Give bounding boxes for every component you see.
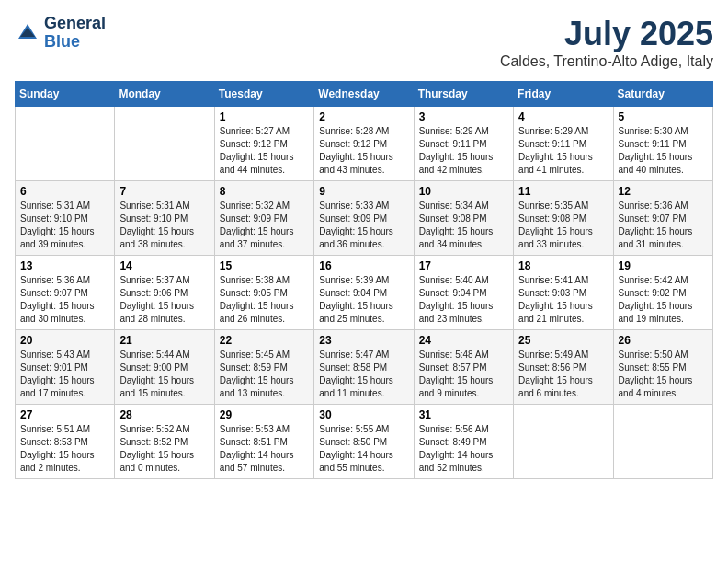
day-info: Sunrise: 5:29 AM Sunset: 9:11 PM Dayligh… — [419, 125, 508, 177]
day-cell: 13Sunrise: 5:36 AM Sunset: 9:07 PM Dayli… — [16, 256, 115, 330]
day-number: 27 — [20, 408, 109, 421]
day-number: 30 — [319, 408, 408, 421]
subtitle: Caldes, Trentino-Alto Adige, Italy — [500, 53, 713, 70]
day-cell — [613, 405, 712, 479]
logo-text-line1: General — [44, 15, 106, 33]
day-info: Sunrise: 5:27 AM Sunset: 9:12 PM Dayligh… — [220, 125, 309, 177]
day-cell: 2Sunrise: 5:28 AM Sunset: 9:12 PM Daylig… — [314, 107, 414, 181]
day-number: 31 — [419, 408, 508, 421]
day-number: 7 — [119, 185, 209, 198]
day-cell: 3Sunrise: 5:29 AM Sunset: 9:11 PM Daylig… — [414, 107, 513, 181]
header-monday: Monday — [115, 82, 214, 107]
logo-general: General — [44, 14, 106, 32]
day-cell: 5Sunrise: 5:30 AM Sunset: 9:11 PM Daylig… — [613, 107, 712, 181]
day-cell: 21Sunrise: 5:44 AM Sunset: 9:00 PM Dayli… — [115, 330, 214, 405]
day-info: Sunrise: 5:36 AM Sunset: 9:07 PM Dayligh… — [20, 274, 109, 326]
day-info: Sunrise: 5:43 AM Sunset: 9:01 PM Dayligh… — [20, 349, 109, 400]
day-info: Sunrise: 5:33 AM Sunset: 9:09 PM Dayligh… — [319, 200, 408, 251]
day-cell: 30Sunrise: 5:55 AM Sunset: 8:50 PM Dayli… — [314, 405, 414, 479]
day-number: 23 — [319, 334, 408, 347]
day-info: Sunrise: 5:49 AM Sunset: 8:56 PM Dayligh… — [518, 349, 608, 400]
day-number: 18 — [518, 259, 608, 272]
day-number: 29 — [220, 408, 309, 421]
day-number: 6 — [20, 185, 109, 198]
week-row-3: 20Sunrise: 5:43 AM Sunset: 9:01 PM Dayli… — [16, 330, 713, 405]
day-number: 15 — [220, 259, 309, 272]
day-number: 11 — [518, 185, 608, 198]
day-info: Sunrise: 5:48 AM Sunset: 8:57 PM Dayligh… — [419, 349, 508, 400]
day-cell: 29Sunrise: 5:53 AM Sunset: 8:51 PM Dayli… — [214, 405, 313, 479]
day-info: Sunrise: 5:52 AM Sunset: 8:52 PM Dayligh… — [119, 423, 209, 475]
logo-icon — [15, 20, 40, 46]
calendar-header: Sunday Monday Tuesday Wednesday Thursday… — [16, 82, 713, 107]
day-cell: 18Sunrise: 5:41 AM Sunset: 9:03 PM Dayli… — [514, 256, 613, 330]
day-cell — [115, 107, 214, 181]
day-cell: 9Sunrise: 5:33 AM Sunset: 9:09 PM Daylig… — [314, 181, 414, 256]
day-cell: 10Sunrise: 5:34 AM Sunset: 9:08 PM Dayli… — [414, 181, 513, 256]
day-info: Sunrise: 5:31 AM Sunset: 9:10 PM Dayligh… — [119, 200, 209, 251]
week-row-1: 6Sunrise: 5:31 AM Sunset: 9:10 PM Daylig… — [16, 181, 713, 256]
day-cell: 8Sunrise: 5:32 AM Sunset: 9:09 PM Daylig… — [214, 181, 313, 256]
day-info: Sunrise: 5:42 AM Sunset: 9:02 PM Dayligh… — [619, 274, 708, 326]
logo-blue-text: Blue — [44, 32, 80, 51]
day-number: 25 — [518, 334, 608, 347]
day-cell: 11Sunrise: 5:35 AM Sunset: 9:08 PM Dayli… — [514, 181, 613, 256]
day-info: Sunrise: 5:53 AM Sunset: 8:51 PM Dayligh… — [220, 423, 309, 475]
day-number: 8 — [220, 185, 309, 198]
day-number: 17 — [419, 259, 508, 272]
day-cell: 7Sunrise: 5:31 AM Sunset: 9:10 PM Daylig… — [115, 181, 214, 256]
day-info: Sunrise: 5:31 AM Sunset: 9:10 PM Dayligh… — [20, 200, 109, 251]
day-number: 3 — [419, 110, 508, 123]
day-cell: 31Sunrise: 5:56 AM Sunset: 8:49 PM Dayli… — [414, 405, 513, 479]
day-info: Sunrise: 5:51 AM Sunset: 8:53 PM Dayligh… — [20, 423, 109, 475]
day-cell: 1Sunrise: 5:27 AM Sunset: 9:12 PM Daylig… — [214, 107, 313, 181]
header-wednesday: Wednesday — [314, 82, 414, 107]
day-info: Sunrise: 5:45 AM Sunset: 8:59 PM Dayligh… — [220, 349, 309, 400]
day-number: 2 — [319, 110, 408, 123]
day-cell: 20Sunrise: 5:43 AM Sunset: 9:01 PM Dayli… — [16, 330, 115, 405]
day-info: Sunrise: 5:38 AM Sunset: 9:05 PM Dayligh… — [220, 274, 309, 326]
day-number: 10 — [419, 185, 508, 198]
day-cell: 23Sunrise: 5:47 AM Sunset: 8:58 PM Dayli… — [314, 330, 414, 405]
day-info: Sunrise: 5:28 AM Sunset: 9:12 PM Dayligh… — [319, 125, 408, 177]
day-number: 26 — [619, 334, 708, 347]
day-info: Sunrise: 5:36 AM Sunset: 9:07 PM Dayligh… — [619, 200, 708, 251]
day-info: Sunrise: 5:32 AM Sunset: 9:09 PM Dayligh… — [220, 200, 309, 251]
day-info: Sunrise: 5:37 AM Sunset: 9:06 PM Dayligh… — [119, 274, 209, 326]
day-number: 19 — [619, 259, 708, 272]
day-cell: 6Sunrise: 5:31 AM Sunset: 9:10 PM Daylig… — [16, 181, 115, 256]
day-number: 12 — [619, 185, 708, 198]
header-row: Sunday Monday Tuesday Wednesday Thursday… — [16, 82, 713, 107]
day-number: 14 — [119, 259, 209, 272]
day-info: Sunrise: 5:47 AM Sunset: 8:58 PM Dayligh… — [319, 349, 408, 400]
day-cell: 14Sunrise: 5:37 AM Sunset: 9:06 PM Dayli… — [115, 256, 214, 330]
page-header: General Blue July 2025 Caldes, Trentino-… — [15, 15, 713, 70]
calendar-table: Sunday Monday Tuesday Wednesday Thursday… — [15, 81, 713, 479]
day-info: Sunrise: 5:55 AM Sunset: 8:50 PM Dayligh… — [319, 423, 408, 475]
day-info: Sunrise: 5:40 AM Sunset: 9:04 PM Dayligh… — [419, 274, 508, 326]
day-cell: 15Sunrise: 5:38 AM Sunset: 9:05 PM Dayli… — [214, 256, 313, 330]
day-number: 24 — [419, 334, 508, 347]
logo-text-line2: Blue — [44, 33, 106, 52]
day-info: Sunrise: 5:35 AM Sunset: 9:08 PM Dayligh… — [518, 200, 608, 251]
day-number: 9 — [319, 185, 408, 198]
day-cell: 22Sunrise: 5:45 AM Sunset: 8:59 PM Dayli… — [214, 330, 313, 405]
day-info: Sunrise: 5:50 AM Sunset: 8:55 PM Dayligh… — [619, 349, 708, 400]
day-info: Sunrise: 5:29 AM Sunset: 9:11 PM Dayligh… — [518, 125, 608, 177]
header-thursday: Thursday — [414, 82, 513, 107]
day-number: 28 — [119, 408, 209, 421]
day-cell: 25Sunrise: 5:49 AM Sunset: 8:56 PM Dayli… — [514, 330, 613, 405]
day-cell: 26Sunrise: 5:50 AM Sunset: 8:55 PM Dayli… — [613, 330, 712, 405]
day-info: Sunrise: 5:39 AM Sunset: 9:04 PM Dayligh… — [319, 274, 408, 326]
day-info: Sunrise: 5:41 AM Sunset: 9:03 PM Dayligh… — [518, 274, 608, 326]
day-number: 16 — [319, 259, 408, 272]
day-number: 5 — [619, 110, 708, 123]
main-title: July 2025 — [500, 15, 713, 53]
header-sunday: Sunday — [16, 82, 115, 107]
header-friday: Friday — [514, 82, 613, 107]
day-cell: 27Sunrise: 5:51 AM Sunset: 8:53 PM Dayli… — [16, 405, 115, 479]
day-info: Sunrise: 5:34 AM Sunset: 9:08 PM Dayligh… — [419, 200, 508, 251]
day-cell — [16, 107, 115, 181]
week-row-0: 1Sunrise: 5:27 AM Sunset: 9:12 PM Daylig… — [16, 107, 713, 181]
day-number: 21 — [119, 334, 209, 347]
